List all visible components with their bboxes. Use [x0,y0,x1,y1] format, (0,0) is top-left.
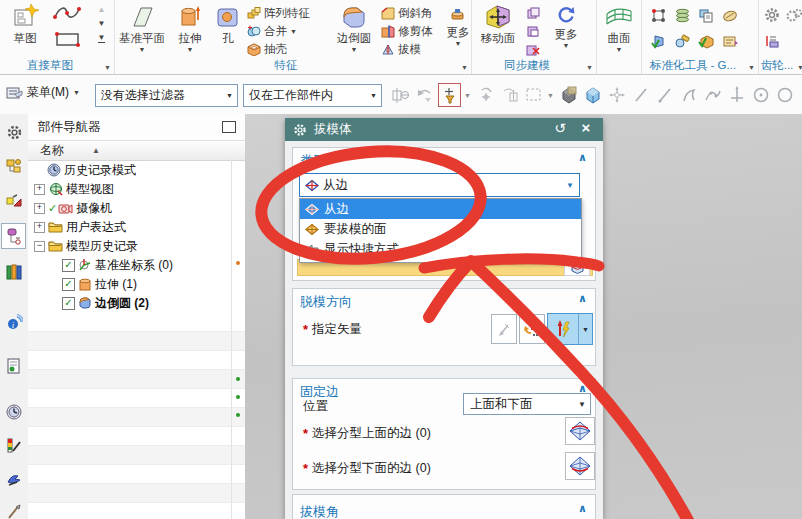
marquee-selection-icon[interactable] [523,84,544,106]
sync-more-button[interactable]: 更多 ▼ [546,1,586,50]
shaded-cube-icon[interactable] [558,84,579,106]
spline-point-icon[interactable] [702,84,723,106]
surface-button[interactable]: 曲面 ▼ [597,1,641,54]
chamfer-button[interactable]: 倒斜角 [379,4,445,22]
snap-point-filter-icon[interactable] [438,83,461,107]
group-dialog-caret-icon[interactable]: ▼ [748,64,755,71]
menu-button[interactable]: 菜单(M) ▼ [6,84,80,101]
group-dialog-caret-icon[interactable]: ▼ [461,64,468,71]
vector-dialog-button[interactable] [519,314,545,344]
hole-button[interactable]: 孔 [211,1,245,45]
std-tool-icon-2[interactable] [670,2,694,28]
tree-row-user-expressions[interactable]: + 用户表达式 [28,218,245,237]
touch-tool-icon[interactable] [4,502,24,519]
std-tool-icon-3[interactable] [694,2,718,28]
tree-row-datum-csys[interactable]: ✓ 基准坐标系 (0) [28,256,245,275]
constraint-navigator-icon[interactable] [4,191,24,211]
tree-row-edge-blend[interactable]: ✓ 边倒圆 (2) [28,294,245,313]
reuse-library-icon[interactable] [4,262,24,282]
undo-selection-icon[interactable] [414,84,435,106]
std-tool-icon-4[interactable] [718,2,742,28]
shell-button[interactable]: 抽壳 [245,40,329,58]
option-show-shortcuts[interactable]: 显示快捷方式 [300,239,581,259]
select-edge-button[interactable] [564,261,590,276]
checkbox-checked-icon[interactable]: ✓ [62,297,75,310]
option-faces-to-draft[interactable]: 要拔模的面 [300,219,581,239]
group-dialog-caret-icon[interactable]: ▼ [586,64,593,71]
gear-tool-icon-3[interactable] [761,28,783,54]
move-component-icon[interactable] [606,84,627,106]
pattern-feature-button[interactable]: 阵列特征 [245,4,329,22]
datum-plane-button[interactable]: 基准平面 ▼ [115,1,169,54]
vector-options-caret-icon[interactable]: ▼ [579,314,592,344]
select-lower-edge-button[interactable] [565,452,595,480]
wireframe-cube-icon[interactable] [582,84,603,106]
line-point-icon[interactable] [654,84,675,106]
std-tool-icon-6[interactable] [670,28,694,54]
draft-button[interactable]: 拔模 [379,40,445,58]
arc-tool-icon[interactable] [678,84,699,106]
collapse-chevron-icon[interactable]: ∧ [578,502,587,515]
expand-icon[interactable]: + [34,203,45,214]
unite-button[interactable]: 合并 ▼ [245,22,329,40]
dialog-titlebar[interactable]: 拔模体 ↺ × [285,118,603,141]
fence-selection-icon[interactable] [390,84,411,106]
snap-handle-icon[interactable] [499,84,520,106]
tree-row-history-mode[interactable]: 历史记录模式 [28,161,245,180]
history-clock-icon[interactable] [4,402,24,422]
sort-ascending-icon[interactable]: ▲ [92,146,100,155]
gear-tool-icon-2[interactable] [783,2,802,28]
expand-icon[interactable]: + [34,184,45,195]
group-dialog-caret-icon[interactable]: ▼ [797,64,802,71]
std-tool-icon-7[interactable] [694,28,718,54]
axis-tool-icon[interactable] [726,84,747,106]
history-palette-icon[interactable] [4,356,24,376]
circle-tool-icon[interactable] [774,84,795,106]
checkbox-checked-icon[interactable]: ✓ [62,259,75,272]
web-browser-icon[interactable]: i [4,312,24,332]
tree-row-model-views[interactable]: + 模型视图 [28,180,245,199]
std-tool-icon-1[interactable] [646,2,670,28]
rotate-point-icon[interactable] [475,84,496,106]
move-face-button[interactable]: 移动面 [472,1,524,45]
type-dropdown[interactable]: 从边 ▼ [299,173,580,197]
reset-icon[interactable]: ↺ [551,120,569,136]
trim-body-button[interactable]: 修剪体 [379,22,445,40]
resource-gear-icon[interactable] [4,122,24,142]
position-dropdown[interactable]: 上面和下面 ▼ [463,393,591,415]
extrude-button[interactable]: 拉伸 ▼ [169,1,211,54]
delete-face-button[interactable] [524,40,546,58]
selection-scope-dropdown[interactable]: 仅在工作部件内 ▼ [243,84,382,107]
checkbox-checked-icon[interactable]: ✓ [62,278,75,291]
marquee-caret-icon[interactable]: ▼ [547,92,555,99]
inferred-vector-button[interactable] [491,314,517,344]
collapse-chevron-icon[interactable]: ∧ [578,292,587,305]
feature-more-button[interactable]: 更多 ▼ [445,1,471,48]
collapse-chevron-icon[interactable]: ∧ [578,151,587,164]
tree-row-extrude[interactable]: ✓ 拉伸 (1) [28,275,245,294]
sketch-button[interactable]: 草图 [0,1,50,45]
close-icon[interactable]: × [577,119,595,136]
navigator-column-header[interactable]: 名称 ▲ [28,140,245,161]
edge-blend-button[interactable]: 边倒圆 ▼ [329,1,379,54]
option-from-edge[interactable]: 从边 [300,199,581,219]
gallery-expand-icon[interactable]: ▼ [98,33,106,43]
system-scenes-icon[interactable] [4,469,24,489]
paste-face-button[interactable] [524,22,546,40]
group-dialog-caret-icon[interactable]: ▼ [104,64,111,71]
studio-spline-button[interactable] [50,4,94,22]
circle-center-icon[interactable] [750,84,771,106]
assembly-navigator-icon[interactable] [4,157,24,177]
scroll-up-icon[interactable]: ▲ [98,5,106,14]
std-tool-icon-5[interactable] [646,28,670,54]
part-navigator-icon[interactable] [1,223,26,249]
collapse-icon[interactable]: − [34,241,45,252]
selection-filter-dropdown[interactable]: 没有选择过滤器 ▼ [95,84,238,107]
roles-brush-icon[interactable] [4,436,24,456]
rectangle-button[interactable] [50,30,94,48]
copy-face-button[interactable] [524,4,546,22]
std-tool-icon-8[interactable] [718,28,742,54]
tree-row-model-history[interactable]: − 模型历史记录 [28,237,245,256]
scroll-down-icon[interactable]: ▼ [98,19,106,28]
tree-row-cameras[interactable]: + ✓ 摄像机 [28,199,245,218]
